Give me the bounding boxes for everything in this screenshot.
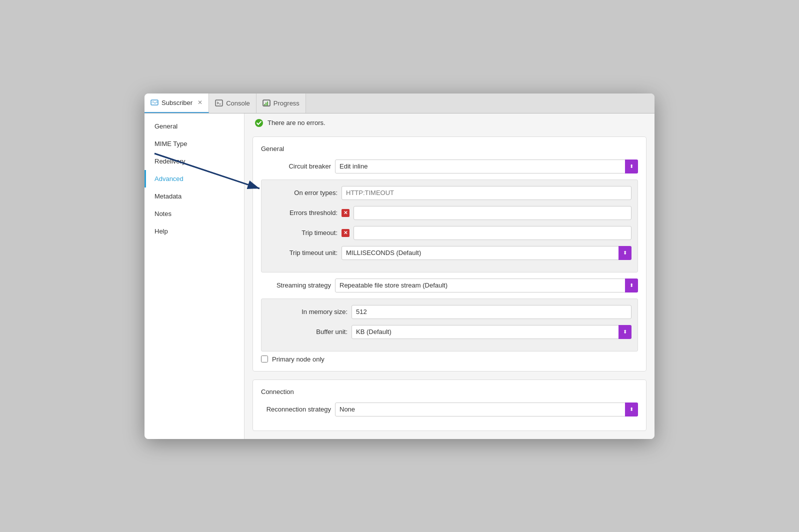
- reconnection-strategy-label: Reconnection strategy: [261, 406, 331, 413]
- sidebar-item-notes[interactable]: Notes: [144, 205, 244, 222]
- sidebar-item-metadata-label: Metadata: [154, 192, 182, 200]
- in-memory-size-input[interactable]: [352, 305, 632, 319]
- errors-threshold-label: Errors threshold:: [268, 209, 338, 216]
- streaming-strategy-label: Streaming strategy: [261, 282, 331, 289]
- general-section-title: General: [261, 145, 638, 152]
- errors-threshold-input[interactable]: [354, 206, 632, 220]
- trip-timeout-unit-row: Trip timeout unit: MILLISECONDS (Default…: [268, 246, 632, 260]
- trip-timeout-unit-select-wrap: MILLISECONDS (Default) ⬍: [342, 246, 632, 260]
- trip-timeout-unit-select[interactable]: MILLISECONDS (Default): [342, 246, 632, 260]
- circuit-breaker-inner: On error types: Errors threshold: ✕ Trip…: [261, 180, 638, 272]
- sidebar-item-general[interactable]: General: [144, 118, 244, 135]
- sidebar-item-advanced[interactable]: Advanced: [144, 170, 244, 188]
- buffer-unit-select[interactable]: KB (Default): [352, 325, 632, 339]
- status-bar: There are no errors.: [244, 114, 654, 132]
- on-error-types-row: On error types:: [268, 186, 632, 200]
- errors-threshold-row: Errors threshold: ✕: [268, 206, 632, 220]
- reconnection-strategy-select[interactable]: None: [335, 402, 638, 416]
- trip-timeout-row: Trip timeout: ✕: [268, 226, 632, 240]
- svg-rect-7: [266, 102, 266, 106]
- reconnection-strategy-select-wrap: None ⬍: [335, 402, 638, 416]
- main-layout: General MIME Type Redelivery Advanced Me…: [144, 114, 654, 439]
- buffer-unit-label: Buffer unit:: [268, 328, 348, 336]
- streaming-strategy-select[interactable]: Repeatable file store stream (Default): [335, 278, 638, 292]
- content-area: There are no errors. General Circuit bre…: [244, 114, 654, 439]
- sidebar: General MIME Type Redelivery Advanced Me…: [144, 114, 244, 439]
- sidebar-item-mime-type[interactable]: MIME Type: [144, 135, 244, 152]
- trip-timeout-input[interactable]: [354, 226, 632, 240]
- svg-rect-8: [267, 102, 268, 106]
- tab-close-button[interactable]: ✕: [198, 99, 202, 106]
- streaming-strategy-row: Streaming strategy Repeatable file store…: [261, 278, 638, 292]
- trip-timeout-label: Trip timeout:: [268, 229, 338, 236]
- errors-threshold-error-icon: ✕: [342, 209, 350, 217]
- streaming-strategy-select-wrap: Repeatable file store stream (Default) ⬍: [335, 278, 638, 292]
- buffer-unit-select-wrap: KB (Default) ⬍: [352, 325, 632, 339]
- primary-node-label: Primary node only: [272, 356, 324, 363]
- sidebar-item-metadata[interactable]: Metadata: [144, 188, 244, 205]
- sidebar-item-help-label: Help: [154, 228, 168, 235]
- sidebar-item-redelivery[interactable]: Redelivery: [144, 152, 244, 170]
- connection-section-title: Connection: [261, 388, 638, 396]
- circuit-breaker-row: Circuit breaker Edit inline ⬍: [261, 160, 638, 174]
- tab-progress-label: Progress: [274, 100, 300, 107]
- trip-timeout-unit-label: Trip timeout unit:: [268, 249, 338, 256]
- svg-rect-6: [264, 104, 265, 106]
- tab-subscriber-label: Subscriber: [162, 99, 192, 106]
- circuit-breaker-select[interactable]: Edit inline: [335, 160, 638, 174]
- sidebar-item-mime-type-label: MIME Type: [154, 140, 188, 148]
- sidebar-item-help[interactable]: Help: [144, 222, 244, 240]
- wave-icon: [150, 98, 158, 106]
- status-message: There are no errors.: [268, 119, 326, 126]
- trip-timeout-error-icon: ✕: [342, 229, 350, 237]
- check-icon: [254, 118, 264, 128]
- progress-icon: [262, 99, 270, 107]
- circuit-breaker-select-wrap: Edit inline ⬍: [335, 160, 638, 174]
- tab-progress[interactable]: Progress: [256, 94, 306, 113]
- on-error-types-label: On error types:: [268, 189, 338, 196]
- sidebar-item-general-label: General: [154, 122, 178, 130]
- sidebar-item-advanced-label: Advanced: [154, 175, 184, 182]
- console-icon: [215, 99, 223, 107]
- circuit-breaker-label: Circuit breaker: [261, 162, 331, 170]
- tab-console[interactable]: Console: [209, 94, 256, 113]
- buffer-unit-row: Buffer unit: KB (Default) ⬍: [268, 325, 632, 339]
- tab-console-label: Console: [226, 100, 250, 107]
- sidebar-item-notes-label: Notes: [154, 210, 172, 218]
- tab-bar: Subscriber ✕ Console Progress: [144, 94, 654, 114]
- in-memory-size-label: In memory size:: [268, 308, 348, 316]
- sidebar-item-redelivery-label: Redelivery: [154, 158, 185, 165]
- on-error-types-input[interactable]: [342, 186, 632, 200]
- main-window: Subscriber ✕ Console Progress: [144, 94, 654, 439]
- tab-subscriber[interactable]: Subscriber ✕: [144, 94, 209, 113]
- stream-inner-section: In memory size: Buffer unit: KB (Default…: [261, 298, 638, 352]
- reconnection-strategy-row: Reconnection strategy None ⬍: [261, 402, 638, 416]
- primary-node-row: Primary node only: [261, 356, 638, 363]
- connection-section: Connection Reconnection strategy None ⬍: [252, 380, 646, 431]
- in-memory-size-row: In memory size:: [268, 305, 632, 319]
- general-section: General Circuit breaker Edit inline ⬍: [252, 136, 646, 372]
- primary-node-checkbox[interactable]: [261, 356, 268, 362]
